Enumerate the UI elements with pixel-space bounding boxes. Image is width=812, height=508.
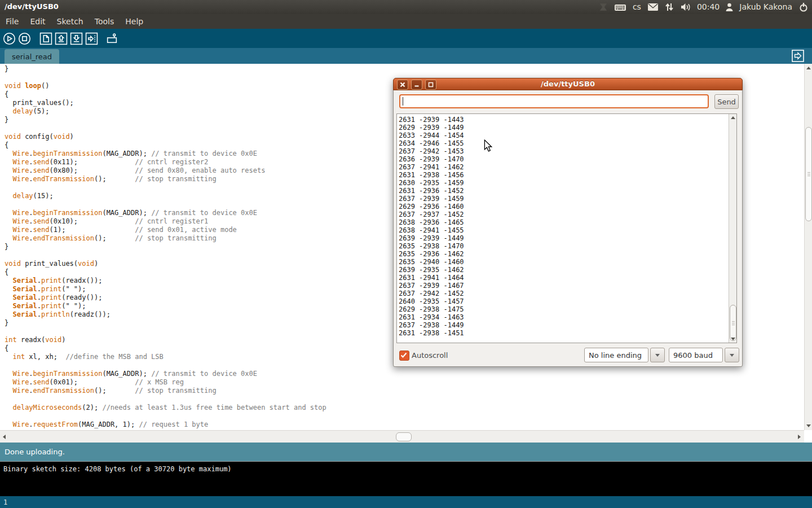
- code-line: Wire.send(0x80); // send 0x80, enable au…: [5, 167, 326, 175]
- serial-line: 2640 -2935 -1457: [399, 297, 464, 305]
- autoscroll-label: Autoscroll: [412, 351, 448, 360]
- code-line: [5, 327, 326, 336]
- menubar: FileEditSketchToolsHelp: [0, 14, 812, 29]
- line-number-strip: 1: [0, 496, 812, 508]
- tab-menu-button[interactable]: [792, 50, 804, 62]
- scroll-left-arrow[interactable]: [3, 435, 6, 439]
- scroll-down-arrow[interactable]: [806, 424, 811, 427]
- serial-line: 2639 -2935 -1462: [399, 266, 464, 274]
- baud-rate-select[interactable]: 9600 baud: [669, 348, 739, 362]
- editor-scroll-thumb[interactable]: [805, 127, 812, 221]
- code-line: [5, 251, 326, 260]
- serial-line: 2638 -2941 -1455: [399, 226, 464, 234]
- clock[interactable]: 00:40: [697, 0, 720, 14]
- serial-line: 2631 -2936 -1452: [399, 187, 464, 195]
- network-arrows-icon[interactable]: [665, 2, 674, 12]
- serial-line: 2635 -2940 -1460: [399, 258, 464, 266]
- code-line: Wire.send(1); // send 0x01, active mode: [5, 226, 326, 234]
- code-line: [5, 73, 326, 82]
- serial-line: 2633 -2944 -1454: [399, 132, 464, 139]
- code-line: }: [5, 319, 326, 327]
- code-line: Serial.print(" ");: [5, 302, 326, 310]
- serial-send-input[interactable]: [399, 94, 709, 108]
- menu-edit[interactable]: Edit: [30, 17, 45, 26]
- status-message: Done uploading.: [5, 448, 65, 456]
- serial-line: 2631 -2939 -1443: [399, 116, 464, 124]
- code-line: delayMicroseconds(2); //needs at least 1…: [5, 404, 326, 412]
- code-line: Wire.endTransmission(); // stop transmit…: [5, 234, 326, 243]
- serial-line: 2637 -2937 -1452: [399, 211, 464, 218]
- menu-sketch[interactable]: Sketch: [57, 17, 83, 26]
- serial-line: 2629 -2938 -1475: [399, 305, 464, 313]
- serial-line: 2629 -2936 -1460: [399, 203, 464, 211]
- volume-icon[interactable]: [680, 2, 691, 12]
- code-line: void loop(): [5, 82, 326, 90]
- menu-tools[interactable]: Tools: [95, 17, 114, 26]
- code-line: print_values();: [5, 99, 326, 107]
- serial-output: 2631 -2939 -14432629 -2939 -14492633 -29…: [399, 116, 464, 337]
- menu-help[interactable]: Help: [125, 17, 143, 26]
- session-power-icon[interactable]: [798, 2, 809, 12]
- code-line: }: [5, 243, 326, 251]
- code-line: void print_values(void): [5, 260, 326, 268]
- menu-file[interactable]: File: [6, 17, 19, 26]
- serial-monitor-button[interactable]: [105, 32, 118, 45]
- desktop: /dev/ttyUSB0 cs: [0, 0, 812, 508]
- top-panel: /dev/ttyUSB0 cs: [0, 0, 812, 14]
- stop-button[interactable]: [18, 32, 31, 45]
- window-title: /dev/ttyUSB0: [5, 2, 59, 11]
- code-line: Serial.print(readx());: [5, 277, 326, 285]
- code-line: Wire.beginTransmission(MAG_ADDR); // tra…: [5, 370, 326, 378]
- autoscroll-checkbox[interactable]: [399, 351, 409, 361]
- editor-horizontal-scrollbar[interactable]: [0, 430, 804, 443]
- serial-monitor-titlebar[interactable]: /dev/ttyUSB0: [393, 78, 743, 90]
- code-line: int xl, xh; //define the MSB and LSB: [5, 353, 326, 361]
- keyboard-icon[interactable]: [614, 2, 626, 12]
- scroll-up-arrow[interactable]: [806, 67, 811, 69]
- serial-scroll-up-arrow[interactable]: [731, 116, 735, 119]
- scroll-right-arrow[interactable]: [798, 435, 801, 439]
- code-line: delay(15);: [5, 192, 326, 200]
- serial-line: 2631 -2934 -1463: [399, 313, 464, 321]
- editor-hscroll-thumb[interactable]: [396, 432, 412, 441]
- mouse-cursor: [484, 139, 493, 154]
- baud-dropdown-arrow[interactable]: [725, 348, 739, 362]
- code-line: void config(void): [5, 133, 326, 141]
- serial-output-panel: 2631 -2939 -14432629 -2939 -14492633 -29…: [396, 113, 737, 343]
- new-sketch-button[interactable]: [39, 32, 52, 45]
- console-output: Binary sketch size: 4208 bytes (of a 307…: [0, 461, 812, 496]
- keyboard-layout-indicator[interactable]: cs: [633, 0, 641, 14]
- serial-line: 2631 -2938 -1456: [399, 171, 464, 179]
- send-button[interactable]: Send: [714, 94, 739, 109]
- user-icon[interactable]: [726, 3, 733, 12]
- serial-line: 2635 -2938 -1470: [399, 242, 464, 250]
- mail-icon[interactable]: [647, 3, 659, 11]
- status-bar: Done uploading.: [0, 443, 812, 461]
- line-ending-dropdown-arrow[interactable]: [650, 348, 665, 362]
- code-line: Wire.send(0x11); // cntrl register2: [5, 158, 326, 167]
- line-ending-select[interactable]: No line ending: [584, 348, 665, 362]
- serial-scrollbar[interactable]: [729, 114, 736, 343]
- baud-rate-value: 9600 baud: [673, 351, 713, 360]
- save-sketch-button[interactable]: [70, 32, 83, 45]
- upload-button[interactable]: [85, 32, 98, 45]
- indicator-icon[interactable]: [599, 2, 608, 12]
- serial-scroll-thumb[interactable]: [730, 305, 736, 341]
- serial-line: 2631 -2941 -1464: [399, 274, 464, 282]
- code-line: Serial.print(ready());: [5, 294, 326, 302]
- code-line: [5, 183, 326, 192]
- system-tray: cs 00:40: [599, 0, 809, 14]
- open-sketch-button[interactable]: [55, 32, 68, 45]
- serial-scroll-down-arrow[interactable]: [731, 338, 735, 340]
- code-area: }void loop(){ print_values(); delay(5);}…: [5, 65, 326, 429]
- tab-bar: serial_read: [0, 48, 812, 64]
- serial-line: 2636 -2939 -1470: [399, 155, 464, 163]
- code-line: Wire.send(0x01); // x MSB reg: [5, 378, 326, 387]
- tab-serial-read[interactable]: serial_read: [5, 49, 59, 64]
- editor-vertical-scrollbar[interactable]: [804, 64, 812, 430]
- line-ending-value: No line ending: [589, 351, 642, 360]
- verify-button[interactable]: [3, 32, 16, 45]
- code-line: Wire.requestFrom(MAG_ADDR, 1); // reques…: [5, 421, 326, 429]
- toolbar: [0, 29, 812, 48]
- user-menu[interactable]: Jakub Kakona: [739, 0, 792, 14]
